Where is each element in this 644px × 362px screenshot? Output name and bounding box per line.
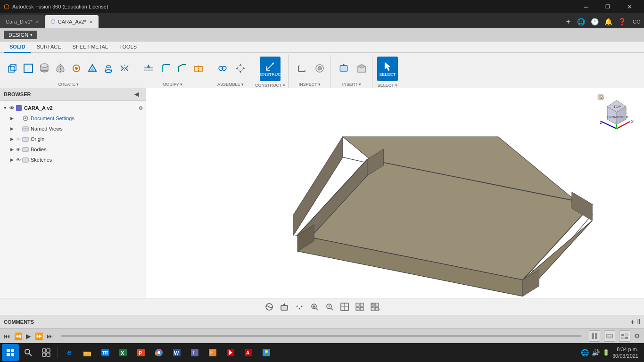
close-btn[interactable]: ✕ xyxy=(619,0,640,13)
tab-cara-d-close[interactable]: ✕ xyxy=(35,19,39,25)
task-view-btn[interactable] xyxy=(38,344,55,361)
anim-settings-btn[interactable]: ⚙ xyxy=(634,332,640,340)
start-btn[interactable] xyxy=(2,344,19,361)
svg-text:X: X xyxy=(631,119,634,124)
tree-eye-sketches[interactable]: 👁 xyxy=(15,156,22,163)
nav-display-mode-btn[interactable] xyxy=(338,300,351,313)
taskbar-excel-btn[interactable]: X xyxy=(115,344,132,361)
anim-mode-btn-2[interactable] xyxy=(604,330,615,342)
nav-zoom-in-btn[interactable] xyxy=(308,300,321,313)
taskbar-ppt-btn[interactable]: P xyxy=(132,344,149,361)
modify-split-btn[interactable] xyxy=(191,57,206,80)
tree-eye-bodies[interactable]: 👁 xyxy=(15,146,22,153)
create-revolve-btn[interactable] xyxy=(53,57,68,80)
nav-zoom-fit-btn[interactable] xyxy=(323,300,336,313)
search-btn[interactable] xyxy=(20,344,37,361)
browser-collapse-btn[interactable]: ◀ xyxy=(134,91,139,98)
svg-rect-96 xyxy=(371,307,374,311)
taskbar-chrome-btn[interactable] xyxy=(150,344,167,361)
taskbar-teams-btn[interactable]: T xyxy=(186,344,203,361)
modify-press-pull-btn[interactable] xyxy=(139,57,158,80)
insert-decal-btn[interactable] xyxy=(354,57,369,80)
modify-fillet-btn[interactable] xyxy=(159,57,174,80)
taskbar-fusion-btn[interactable]: F xyxy=(204,344,221,361)
nav-orbit-btn[interactable] xyxy=(263,300,276,313)
assemble-move-btn[interactable] xyxy=(233,57,248,80)
ribbon-group-inspect-label[interactable]: INSPECT ▾ xyxy=(299,81,321,88)
insert-canvas-btn[interactable] xyxy=(334,57,353,80)
tab-cara-a-close[interactable]: ✕ xyxy=(89,19,93,25)
nav-settings-btn[interactable]: ▾ xyxy=(368,300,381,313)
tree-eye-root[interactable]: 👁 xyxy=(8,105,15,111)
taskbar-flag-btn[interactable] xyxy=(222,344,239,361)
nav-look-at-btn[interactable] xyxy=(278,300,291,313)
tree-item-sketches[interactable]: ▶ 👁 Sketches xyxy=(0,155,146,165)
comments-label: COMMENTS xyxy=(4,319,34,325)
create-hole-btn[interactable] xyxy=(69,57,84,80)
tab-cara-a[interactable]: ⬡ CARA_Av2* ✕ xyxy=(45,15,99,28)
taskbar-edge-btn[interactable]: e xyxy=(61,344,78,361)
modify-chamfer-btn[interactable] xyxy=(175,57,190,80)
viewport[interactable]: Z X TOP RIGHT FRONT 🏠 xyxy=(146,88,644,298)
create-new-comp-btn[interactable] xyxy=(5,57,20,80)
tab-cc-btn[interactable]: CC xyxy=(629,15,644,28)
anim-to-end-btn[interactable]: ⏭ xyxy=(47,332,53,340)
tree-settings-root[interactable]: ⚙ xyxy=(137,105,144,111)
create-sketch-btn[interactable] xyxy=(21,57,36,80)
anim-next-btn[interactable]: ⏩ xyxy=(35,332,43,340)
ribbon-group-insert-label[interactable]: INSERT ▾ xyxy=(342,81,361,88)
anim-mode-btn-3[interactable] xyxy=(619,330,630,342)
create-extrude-btn[interactable] xyxy=(37,57,52,80)
comments-collapse-btn[interactable]: || xyxy=(637,318,640,326)
tree-item-root[interactable]: ▼ 👁 CARA_A v2 ⚙ xyxy=(0,103,146,113)
tree-item-origin[interactable]: ▶ 👁 Origin xyxy=(0,134,146,144)
create-shell-btn[interactable] xyxy=(85,57,100,80)
tab-help-btn[interactable]: ❓ xyxy=(615,15,629,28)
select-btn[interactable]: SELECT xyxy=(377,57,398,81)
tree-item-doc-settings[interactable]: ▶ Document Settings xyxy=(0,113,146,123)
tab-sheet-metal[interactable]: SHEET METAL xyxy=(67,41,114,53)
maximize-btn[interactable]: ❐ xyxy=(597,0,619,13)
ribbon-group-create-label[interactable]: CREATE ▾ xyxy=(58,81,78,88)
construct-btn[interactable]: CONSTRUCT xyxy=(260,57,281,81)
create-mirror-btn[interactable] xyxy=(117,57,132,80)
inspect-section-btn[interactable] xyxy=(312,57,327,80)
tray-volume-icon[interactable]: 🔊 xyxy=(592,349,600,356)
tree-label-root: CARA_A v2 xyxy=(24,105,137,111)
tab-cara-d[interactable]: Cara_D v1* ✕ xyxy=(0,15,45,28)
minimize-btn[interactable]: ─ xyxy=(575,0,597,13)
tree-item-bodies[interactable]: ▶ 👁 Bodies xyxy=(0,144,146,155)
ribbon-group-select: SELECT SELECT ▾ xyxy=(373,55,402,88)
inspect-measure-btn[interactable] xyxy=(292,57,311,80)
tab-notify-btn[interactable]: 🔔 xyxy=(602,15,615,28)
tray-network-icon[interactable]: 🌐 xyxy=(581,349,589,356)
tree-eye-origin[interactable]: 👁 xyxy=(15,136,22,142)
anim-prev-btn[interactable]: ⏪ xyxy=(14,332,22,340)
anim-timeline[interactable] xyxy=(61,335,581,337)
tab-history-btn[interactable]: 🕐 xyxy=(588,15,602,28)
nav-pan-btn[interactable] xyxy=(293,300,306,313)
anim-play-btn[interactable]: ▶ xyxy=(26,332,31,340)
tab-globe-btn[interactable]: 🌐 xyxy=(574,15,588,28)
taskbar-acrobat-btn[interactable]: A xyxy=(240,344,257,361)
comments-add-btn[interactable]: + xyxy=(631,318,635,326)
tab-add-btn[interactable]: + xyxy=(562,15,574,28)
tree-item-named-views[interactable]: ▶ Named Views xyxy=(0,123,146,134)
create-loft-btn[interactable] xyxy=(101,57,116,80)
taskbar-photos-btn[interactable] xyxy=(258,344,275,361)
taskbar-explorer-btn[interactable] xyxy=(79,344,96,361)
design-btn[interactable]: DESIGN ▾ xyxy=(4,31,37,39)
tab-surface[interactable]: SURFACE xyxy=(31,41,67,53)
tray-time[interactable]: 8:34 p.m. 30/03/2021 xyxy=(612,346,638,360)
ribbon-group-modify-label[interactable]: MODIFY ▾ xyxy=(163,81,182,88)
tab-tools[interactable]: TOOLS xyxy=(114,41,142,53)
taskbar-store-btn[interactable] xyxy=(97,344,114,361)
tab-solid[interactable]: SOLID xyxy=(4,41,31,53)
ribbon-group-assemble-label[interactable]: ASSEMBLE ▾ xyxy=(217,81,244,88)
taskbar-word-btn[interactable]: W xyxy=(168,344,185,361)
anim-to-start-btn[interactable]: ⏮ xyxy=(4,332,10,340)
assemble-joint-btn[interactable] xyxy=(213,57,232,80)
nav-grid-btn[interactable] xyxy=(353,300,366,313)
viewcube[interactable]: Z X TOP RIGHT FRONT 🏠 xyxy=(597,93,637,133)
anim-mode-btn-1[interactable] xyxy=(589,330,600,342)
